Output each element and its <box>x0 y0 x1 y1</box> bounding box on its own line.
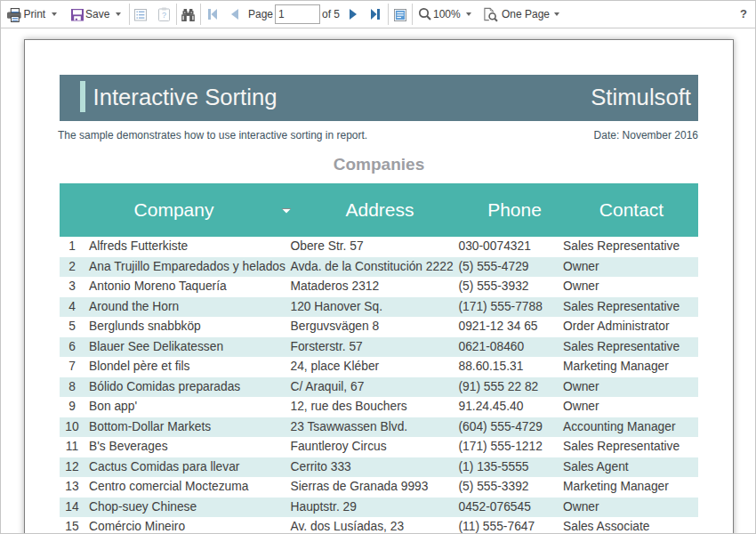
svg-text:?: ? <box>162 11 166 20</box>
